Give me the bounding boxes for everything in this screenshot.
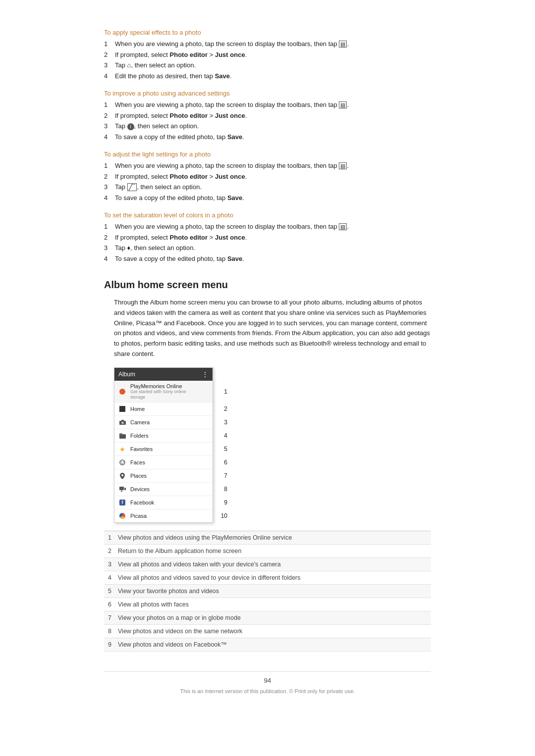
svg-rect-10 xyxy=(119,487,124,490)
table-row-desc: View your favorite photos and videos xyxy=(118,588,219,595)
step-number: 3 xyxy=(104,243,115,253)
menu-item-devices: Devices 8 xyxy=(114,483,213,496)
menu-item-number-1: 1 xyxy=(224,388,227,395)
playmemories-icon xyxy=(118,388,126,396)
step-item: 2 If prompted, select Photo editor > Jus… xyxy=(104,233,431,243)
svg-point-7 xyxy=(121,461,122,462)
favorites-menu-icon: ★ xyxy=(118,445,126,453)
faces-menu-label: Faces xyxy=(130,459,209,465)
section-light-settings: To adjust the light settings for a photo… xyxy=(104,151,431,202)
section-title-improve-photo: To improve a photo using advanced settin… xyxy=(104,90,431,97)
svg-point-8 xyxy=(123,461,124,462)
step-item: 4 Edit the photo as desired, then tap Sa… xyxy=(104,71,431,81)
section-title-special-effects: To apply special effects to a photo xyxy=(104,29,431,36)
step-number: 3 xyxy=(104,121,115,131)
menu-item-places: Places 7 xyxy=(114,469,213,483)
section-title-saturation: To set the saturation level of colors in… xyxy=(104,211,431,219)
menu-item-faces: Faces 6 xyxy=(114,456,213,469)
step-text: If prompted, select Photo editor > Just … xyxy=(115,233,247,243)
step-item: 3 Tap ⌂, then select an option. xyxy=(104,60,431,70)
table-row-desc: View all photos and videos saved to your… xyxy=(118,574,301,581)
table-row-desc: View photos and videos using the PlayMem… xyxy=(118,534,292,541)
table-row: 7 View your photos on a map or in globe … xyxy=(104,611,431,625)
section-saturation: To set the saturation level of colors in… xyxy=(104,211,431,263)
menu-item-number-10: 10 xyxy=(221,512,227,519)
step-text: If prompted, select Photo editor > Just … xyxy=(115,111,247,121)
page-footer: 94 This is an Internet version of this p… xyxy=(104,671,431,694)
table-row-desc: Return to the Album application home scr… xyxy=(118,548,241,554)
step-item: 2 If prompted, select Photo editor > Jus… xyxy=(104,50,431,60)
step-text: When you are viewing a photo, tap the sc… xyxy=(115,161,349,171)
step-item: 4 To save a copy of the edited photo, ta… xyxy=(104,254,431,264)
places-menu-icon xyxy=(118,472,126,480)
svg-rect-12 xyxy=(121,491,122,492)
menu-item-facebook: f Facebook 9 xyxy=(114,496,213,509)
table-row: 8 View photos and videos on the same net… xyxy=(104,625,431,638)
menu-item-number-7: 7 xyxy=(224,472,227,479)
devices-menu-label: Devices xyxy=(130,486,209,492)
step-text: If prompted, select Photo editor > Just … xyxy=(115,50,247,60)
svg-rect-0 xyxy=(119,406,125,412)
phone-menu-header: Album ⋮ xyxy=(114,368,213,381)
table-row-num: 7 xyxy=(108,614,118,621)
playmemories-sub: Get started with Sony onlinestorage xyxy=(130,389,209,400)
menu-item-favorites: ★ Favorites 5 xyxy=(114,443,213,456)
svg-rect-11 xyxy=(124,488,126,490)
folders-menu-label: Folders xyxy=(130,433,209,439)
facebook-menu-icon: f xyxy=(118,499,126,506)
svg-point-9 xyxy=(121,474,123,476)
section-improve-photo: To improve a photo using advanced settin… xyxy=(104,90,431,142)
section-title-light-settings: To adjust the light settings for a photo xyxy=(104,151,431,158)
favorites-menu-label: Favorites xyxy=(130,446,209,452)
step-item: 3 Tap ╱¯, then select an option. xyxy=(104,182,431,192)
step-number: 2 xyxy=(104,172,115,182)
album-description: Through the Album home screen menu you c… xyxy=(114,298,431,359)
step-number: 4 xyxy=(104,254,115,264)
step-item: 1 When you are viewing a photo, tap the … xyxy=(104,39,431,49)
table-row-desc: View photos and videos on the same netwo… xyxy=(118,628,242,635)
table-row-num: 8 xyxy=(108,628,118,635)
step-text: Tap ♦️, then select an option. xyxy=(115,243,195,253)
step-item: 1 When you are viewing a photo, tap the … xyxy=(104,222,431,232)
menu-dots-icon: ⋮ xyxy=(202,370,209,378)
camera-menu-label: Camera xyxy=(130,419,209,425)
step-number: 2 xyxy=(104,233,115,243)
step-text: Tap i, then select an option. xyxy=(115,121,199,131)
album-header-label: Album xyxy=(118,371,135,378)
step-number: 2 xyxy=(104,111,115,121)
table-row-num: 5 xyxy=(108,588,118,595)
table-row-num: 3 xyxy=(108,561,118,568)
table-row-desc: View your photos on a map or in globe mo… xyxy=(118,614,241,621)
step-number: 1 xyxy=(104,100,115,110)
step-item: 2 If prompted, select Photo editor > Jus… xyxy=(104,111,431,121)
step-item: 4 To save a copy of the edited photo, ta… xyxy=(104,193,431,203)
table-row-desc: View all photos and videos taken with yo… xyxy=(118,561,281,568)
step-text: When you are viewing a photo, tap the sc… xyxy=(115,222,349,232)
menu-item-number-9: 9 xyxy=(224,499,227,506)
menu-descriptions-table: 1 View photos and videos using the PlayM… xyxy=(104,531,431,652)
table-row-num: 1 xyxy=(108,534,118,541)
table-row: 5 View your favorite photos and videos xyxy=(104,585,431,598)
step-item: 1 When you are viewing a photo, tap the … xyxy=(104,161,431,171)
places-menu-label: Places xyxy=(130,473,209,479)
step-number: 3 xyxy=(104,60,115,70)
table-row: 9 View photos and videos on Facebook™ xyxy=(104,638,431,652)
step-text: When you are viewing a photo, tap the sc… xyxy=(115,39,349,49)
table-row-num: 6 xyxy=(108,601,118,608)
folders-menu-icon xyxy=(118,432,126,440)
menu-item-number-2: 2 xyxy=(224,405,227,412)
menu-item-number-8: 8 xyxy=(224,486,227,493)
svg-rect-3 xyxy=(121,420,124,421)
step-item: 3 Tap ♦️, then select an option. xyxy=(104,243,431,253)
table-row: 3 View all photos and videos taken with … xyxy=(104,558,431,571)
step-number: 1 xyxy=(104,161,115,171)
picasa-menu-label: Picasa xyxy=(130,513,209,519)
step-number: 4 xyxy=(104,193,115,203)
section-special-effects: To apply special effects to a photo 1 Wh… xyxy=(104,29,431,81)
step-text: To save a copy of the edited photo, tap … xyxy=(115,132,244,142)
svg-point-2 xyxy=(121,422,124,424)
table-row-num: 9 xyxy=(108,641,118,648)
album-section: Album home screen menu Through the Album… xyxy=(104,279,431,652)
step-text: To save a copy of the edited photo, tap … xyxy=(115,193,244,203)
step-text: When you are viewing a photo, tap the sc… xyxy=(115,100,349,110)
